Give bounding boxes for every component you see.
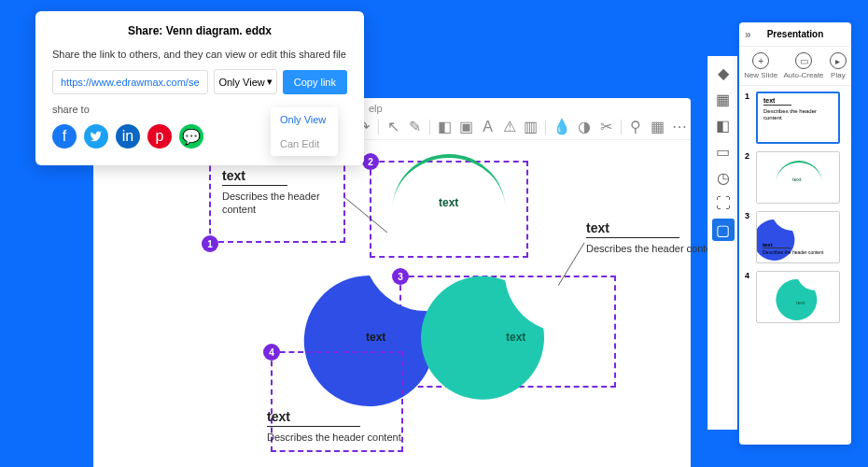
slide-1[interactable]: 1 text Describes the header content	[745, 92, 846, 144]
perm-option-only-view[interactable]: Only View	[271, 107, 338, 132]
badge-1: 1	[202, 235, 218, 252]
callout-box-1[interactable]: text Describes the header content	[209, 157, 345, 243]
play-button[interactable]: ▸Play	[830, 52, 847, 79]
cursor-icon[interactable]: ↖	[386, 119, 400, 135]
slide-4[interactable]: 4 text	[745, 271, 846, 323]
presentation-icon[interactable]: ▢	[712, 219, 735, 241]
slide-3[interactable]: 3 text Describes the header content	[745, 211, 846, 263]
permission-select[interactable]: Only View▾	[214, 69, 276, 94]
presentation-title: Presentation	[767, 29, 824, 39]
page-icon[interactable]: ▭	[712, 140, 735, 163]
share-dialog-desc: Share the link to others, and they can v…	[52, 49, 347, 60]
connector-line-3	[558, 243, 605, 290]
badge-4: 4	[263, 344, 280, 361]
venn-shape-teal[interactable]	[418, 271, 558, 411]
slide-1-thumb[interactable]: text Describes the header content	[756, 92, 840, 144]
collapse-icon[interactable]: »	[745, 28, 751, 41]
slide-2-thumb[interactable]: text	[756, 151, 840, 204]
callout-3-text: text Describes the header content	[586, 220, 726, 255]
callout-4-text: text Describes the header content	[267, 409, 416, 444]
layers-icon[interactable]: ◧	[712, 114, 735, 136]
clock-icon[interactable]: ◷	[712, 166, 735, 189]
connector-line-1	[345, 181, 401, 241]
image-icon[interactable]: ▣	[459, 119, 473, 135]
chart-icon[interactable]: ▥	[524, 119, 538, 135]
callout-3-header: text	[586, 220, 726, 235]
drop-icon[interactable]: 💧	[553, 119, 570, 135]
slide-list: 1 text Describes the header content 2 te…	[739, 86, 851, 445]
menu-help-label[interactable]: elp	[369, 103, 383, 114]
callout-1-body: Describes the header content	[222, 190, 332, 217]
slide-2[interactable]: 2 text	[745, 151, 846, 204]
more-icon[interactable]: ⋯	[672, 119, 687, 135]
svg-line-1	[558, 243, 584, 286]
copy-link-button[interactable]: Copy link	[283, 70, 347, 94]
callout-4-body: Describes the header content	[267, 431, 416, 444]
pen-icon[interactable]: ✎	[408, 119, 422, 135]
expand-icon[interactable]: ⛶	[712, 192, 735, 215]
venn-shape-blue-label: text	[366, 331, 385, 344]
chevron-down-icon: ▾	[267, 76, 273, 88]
line-icon[interactable]: 💬	[179, 124, 203, 149]
fill-icon[interactable]: ◑	[578, 119, 592, 135]
venn-shape-green-label: text	[439, 196, 458, 209]
apps-icon[interactable]: ▦	[712, 88, 735, 110]
permission-dropdown: Only View Can Edit	[271, 107, 338, 156]
top-toolbar: ↶ ↷ ↖ ✎ ◧ ▣ A ⚠ ▥ 💧 ◑ ✂ ⚲ ▦ ⋯	[331, 114, 691, 140]
text-icon[interactable]: A	[481, 119, 495, 135]
svg-line-0	[345, 198, 387, 233]
crop-icon[interactable]: ✂	[599, 119, 613, 135]
slide-4-thumb[interactable]: text	[756, 271, 840, 323]
callout-3-body: Describes the header content	[586, 242, 726, 255]
diagram-canvas[interactable]: text Describes the header content 1 2 te…	[93, 140, 691, 467]
callout-4-header: text	[267, 409, 416, 424]
layer-icon[interactable]: ◧	[438, 119, 452, 135]
share-dialog-title: Share: Venn diagram. eddx	[52, 24, 347, 37]
facebook-icon[interactable]: f	[52, 124, 77, 149]
paint-icon[interactable]: ◆	[712, 62, 735, 84]
linkedin-icon[interactable]: in	[116, 124, 140, 149]
pinterest-icon[interactable]: p	[147, 124, 172, 149]
grid-icon[interactable]: ▦	[651, 119, 665, 135]
auto-create-button[interactable]: ▭Auto-Create	[783, 52, 823, 79]
search-icon[interactable]: ⚲	[629, 119, 643, 135]
callout-1-header: text	[222, 168, 332, 183]
warning-icon[interactable]: ⚠	[502, 119, 516, 135]
slide-3-thumb[interactable]: text Describes the header content	[756, 211, 840, 263]
new-slide-button[interactable]: +New Slide	[744, 52, 777, 79]
right-icon-strip: ◆ ▦ ◧ ▭ ◷ ⛶ ▢	[707, 56, 737, 430]
perm-option-can-edit[interactable]: Can Edit	[271, 132, 338, 156]
presentation-panel: » Presentation +New Slide ▭Auto-Create ▸…	[739, 22, 851, 445]
twitter-icon[interactable]	[84, 124, 108, 149]
share-link-input[interactable]	[52, 70, 208, 94]
venn-shape-teal-label: text	[506, 331, 525, 344]
